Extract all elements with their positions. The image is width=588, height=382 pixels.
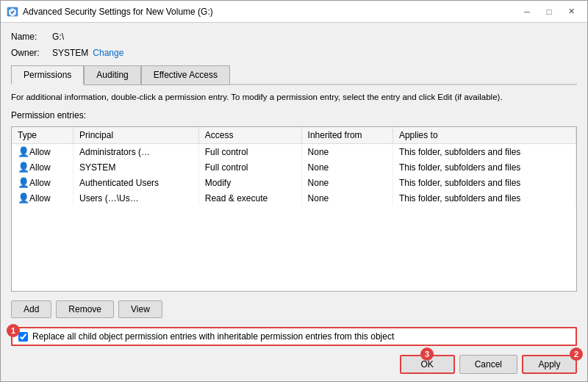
- title-bar-controls: ─ □ ✕: [517, 4, 581, 20]
- apply-button[interactable]: Apply: [522, 355, 577, 374]
- action-buttons: Add Remove View: [11, 300, 577, 318]
- cell-inherited: None: [301, 144, 392, 160]
- col-inherited: Inherited from: [301, 127, 392, 144]
- cell-principal: Users (…\Us…: [74, 190, 199, 206]
- badge-1: 1: [7, 324, 20, 337]
- cell-applies: This folder, subfolders and files: [392, 190, 576, 206]
- cancel-button[interactable]: Cancel: [459, 355, 517, 374]
- minimize-button[interactable]: ─: [517, 4, 537, 20]
- change-link[interactable]: Change: [93, 48, 123, 58]
- cell-type: 👤Allow: [12, 175, 74, 190]
- badge-2: 2: [570, 347, 583, 361]
- tab-effective-access[interactable]: Effective Access: [141, 65, 230, 85]
- user-icon: 👤: [18, 177, 29, 188]
- title-bar: Advanced Security Settings for New Volum…: [1, 1, 587, 23]
- window-icon: [7, 6, 18, 18]
- add-button[interactable]: Add: [11, 300, 51, 318]
- cell-access: Read & execute: [198, 190, 301, 206]
- cell-access: Full control: [198, 144, 301, 160]
- tab-permissions[interactable]: Permissions: [11, 65, 84, 85]
- user-icon: 👤: [18, 146, 29, 157]
- table-header-row: Type Principal Access Inherited from App…: [12, 127, 576, 144]
- view-button[interactable]: View: [118, 300, 162, 318]
- tab-auditing[interactable]: Auditing: [84, 65, 140, 85]
- user-icon: 👤: [18, 162, 29, 173]
- cell-access: Full control: [198, 159, 301, 175]
- cell-applies: This folder, subfolders and files: [392, 175, 576, 190]
- main-content: Name: G:\ Owner: SYSTEM Change Permissio…: [1, 23, 587, 327]
- ok-wrapper: 3 OK: [400, 355, 455, 374]
- user-icon: 👤: [18, 192, 29, 203]
- section-label: Permission entries:: [11, 110, 577, 120]
- cell-principal: SYSTEM: [74, 159, 199, 175]
- cell-inherited: None: [301, 190, 392, 206]
- cell-inherited: None: [301, 175, 392, 190]
- cell-applies: This folder, subfolders and files: [392, 144, 576, 160]
- cell-principal: Administrators (…: [74, 144, 199, 160]
- col-applies: Applies to: [392, 127, 576, 144]
- cell-principal: Authenticated Users: [74, 175, 199, 190]
- window: Advanced Security Settings for New Volum…: [0, 0, 588, 382]
- table-row[interactable]: 👤Allow Authenticated Users Modify None T…: [12, 175, 576, 190]
- owner-row: Owner: SYSTEM Change: [11, 48, 577, 58]
- table-row[interactable]: 👤Allow Administrators (… Full control No…: [12, 144, 576, 160]
- close-button[interactable]: ✕: [561, 4, 581, 20]
- owner-label: Owner:: [11, 48, 48, 58]
- permission-table: Type Principal Access Inherited from App…: [12, 127, 576, 206]
- table-row[interactable]: 👤Allow SYSTEM Full control None This fol…: [12, 159, 576, 175]
- description-text: For additional information, double-click…: [11, 91, 577, 103]
- col-access: Access: [198, 127, 301, 144]
- name-value: G:\: [52, 32, 64, 42]
- col-type: Type: [12, 127, 74, 144]
- window-title: Advanced Security Settings for New Volum…: [23, 7, 517, 17]
- cell-type: 👤Allow: [12, 159, 74, 175]
- owner-value: SYSTEM: [52, 48, 88, 58]
- cell-applies: This folder, subfolders and files: [392, 159, 576, 175]
- badge-3: 3: [420, 347, 434, 361]
- checkbox-label: Replace all child object permission entr…: [32, 331, 394, 342]
- remove-button[interactable]: Remove: [56, 300, 114, 318]
- replace-permissions-checkbox[interactable]: [18, 332, 28, 342]
- maximize-button[interactable]: □: [539, 4, 559, 20]
- name-label: Name:: [11, 32, 48, 42]
- footer-buttons: 3 OK Cancel 2 Apply: [1, 350, 587, 381]
- cell-inherited: None: [301, 159, 392, 175]
- checkbox-row[interactable]: Replace all child object permission entr…: [11, 327, 577, 346]
- name-row: Name: G:\: [11, 32, 577, 42]
- checkbox-section: 1 Replace all child object permission en…: [1, 327, 587, 350]
- cell-type: 👤Allow: [12, 190, 74, 206]
- tab-bar: Permissions Auditing Effective Access: [11, 65, 577, 85]
- col-principal: Principal: [74, 127, 199, 144]
- permission-table-container[interactable]: Type Principal Access Inherited from App…: [11, 126, 577, 292]
- cell-type: 👤Allow: [12, 144, 74, 160]
- table-row[interactable]: 👤Allow Users (…\Us… Read & execute None …: [12, 190, 576, 206]
- cell-access: Modify: [198, 175, 301, 190]
- apply-wrapper: 2 Apply: [522, 355, 577, 374]
